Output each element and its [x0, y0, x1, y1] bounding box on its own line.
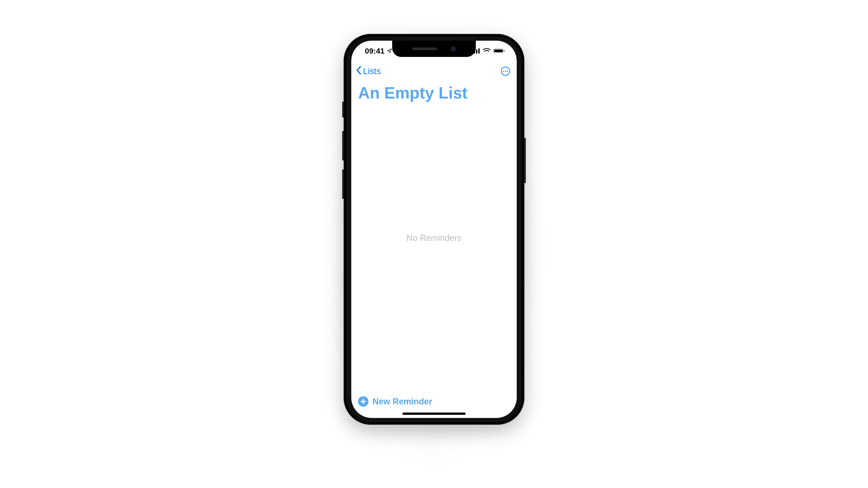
- power-button: [524, 138, 526, 183]
- home-indicator[interactable]: [402, 413, 466, 415]
- iphone-device-frame: 09:41: [344, 34, 524, 425]
- screen: 09:41: [351, 41, 517, 418]
- new-reminder-button[interactable]: New Reminder: [358, 396, 510, 407]
- more-options-button[interactable]: [501, 67, 510, 76]
- battery-icon: [493, 48, 505, 54]
- back-label: Lists: [363, 66, 381, 76]
- back-button[interactable]: Lists: [356, 66, 381, 77]
- location-icon: [387, 48, 392, 54]
- page-title: An Empty List: [351, 81, 517, 102]
- empty-state-message: No Reminders: [407, 233, 462, 243]
- volume-down-button: [342, 169, 344, 199]
- silence-switch: [342, 102, 344, 118]
- new-reminder-label: New Reminder: [373, 397, 432, 406]
- volume-up-button: [342, 131, 344, 160]
- svg-rect-3: [478, 48, 480, 54]
- front-camera: [451, 46, 456, 51]
- notch: [392, 41, 476, 57]
- chevron-left-icon: [356, 66, 362, 77]
- status-time: 09:41: [365, 46, 384, 55]
- plus-circle-icon: [358, 396, 368, 407]
- svg-rect-5: [494, 50, 503, 52]
- speaker-grille: [412, 47, 437, 50]
- svg-rect-6: [504, 50, 505, 52]
- navigation-bar: Lists: [351, 61, 517, 81]
- svg-rect-2: [476, 50, 477, 54]
- wifi-icon: [483, 48, 491, 54]
- reminders-list-area: No Reminders: [351, 102, 517, 392]
